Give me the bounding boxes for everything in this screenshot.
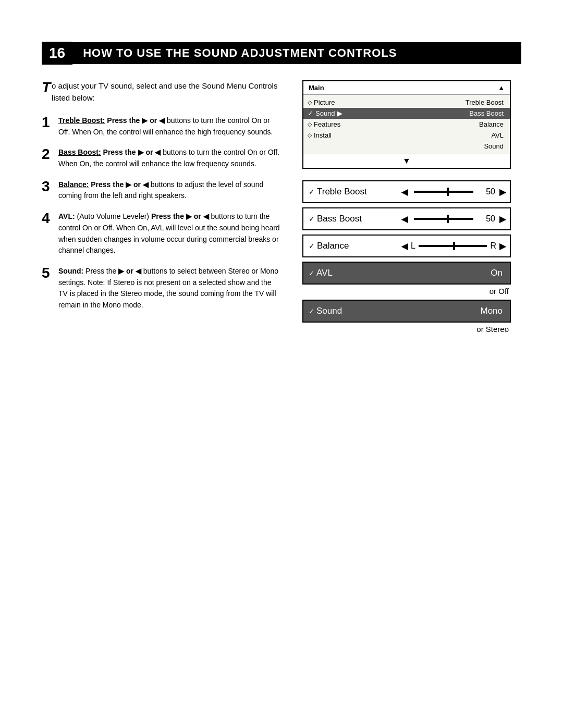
treble-left-arrow[interactable]: ◀	[401, 187, 408, 197]
menu-row-install-left: ◇ Install	[308, 131, 332, 139]
step-3-number: 3	[42, 179, 53, 194]
balance-label: ✓ Balance	[303, 237, 397, 255]
menu-header-label: Main	[309, 84, 324, 92]
menu-row-empty: Sound	[303, 141, 510, 152]
menu-avl-label: AVL	[491, 131, 504, 139]
menu-features-label: Features	[314, 120, 340, 128]
step-1-text: Treble Boost: Press the ▶ or ◀ buttons t…	[58, 115, 282, 138]
menu-row-features-left: ◇ Features	[308, 120, 340, 128]
bass-slider-track	[414, 218, 473, 220]
step-3: 3 Balance: Press the ▶ or ◀ buttons to a…	[42, 179, 282, 202]
avl-value: On	[483, 264, 510, 282]
step-4-number: 4	[42, 211, 53, 226]
bass-left-arrow[interactable]: ◀	[401, 214, 408, 224]
sound-sub-label: or Stereo	[302, 325, 511, 334]
intro-text: o adjust your TV sound, select and use t…	[52, 81, 277, 102]
menu-bass-boost-label: Bass Boost	[469, 109, 504, 117]
step-2-text: Bass Boost: Press the ▶ or ◀ buttons to …	[58, 147, 282, 169]
sound-value: Mono	[473, 302, 510, 320]
step-5-text: Sound: Press the ▶ or ◀ buttons to selec…	[58, 266, 282, 311]
menu-bottom-arrow: ▼	[402, 156, 411, 165]
menu-sound-right-label: Sound	[484, 142, 504, 150]
diamond-icon-picture: ◇	[308, 99, 312, 106]
content-area: To adjust your TV sound, select and use …	[42, 80, 521, 334]
step-2-bold: Press the ▶ or ◀	[103, 148, 161, 156]
menu-screenshot: Main ▲ ◇ Picture Treble Boost	[302, 80, 511, 169]
menu-row-sound: ✓ Sound ▶ Bass Boost	[303, 108, 510, 119]
step-4-press: Press the ▶ or ◀	[151, 212, 209, 220]
menu-row-sound-left: ✓ Sound ▶	[308, 109, 342, 117]
menu-balance-label: Balance	[479, 120, 504, 128]
balance-right-arrow[interactable]: ▶	[499, 241, 506, 251]
avl-label: ✓ AVL	[303, 264, 483, 282]
menu-row-install: ◇ Install AVL	[303, 130, 510, 141]
chapter-title: HOW TO USE THE SOUND ADJUSTMENT CONTROLS	[72, 42, 521, 64]
avl-sub-label: or Off	[302, 287, 511, 295]
treble-boost-label: ✓ Treble Boost	[303, 182, 397, 201]
bass-right-arrow[interactable]: ▶	[499, 214, 506, 224]
sound-control: ✓ Sound Mono	[302, 300, 511, 323]
step-2: 2 Bass Boost: Press the ▶ or ◀ buttons t…	[42, 147, 282, 169]
menu-treble-boost-label: Treble Boost	[466, 98, 504, 106]
step-4-text: AVL: (Auto Volume Leveler) Press the ▶ o…	[58, 211, 282, 256]
step-4: 4 AVL: (Auto Volume Leveler) Press the ▶…	[42, 211, 282, 256]
treble-slider-track	[414, 191, 473, 193]
sound-check-icon: ✓	[309, 307, 314, 315]
chapter-header: 16 HOW TO USE THE SOUND ADJUSTMENT CONTR…	[42, 42, 521, 65]
sound-text: Sound	[316, 306, 342, 316]
step-3-bold: Press the ▶ or ◀	[91, 180, 149, 189]
diamond-icon-features: ◇	[308, 121, 312, 128]
balance-thumb	[453, 242, 455, 250]
menu-picture-label: Picture	[314, 98, 335, 106]
avl-check-icon: ✓	[309, 269, 314, 277]
balance-text: Balance	[317, 241, 349, 251]
menu-header: Main ▲	[303, 81, 510, 95]
menu-rows: ◇ Picture Treble Boost ✓ Sound ▶	[303, 95, 510, 154]
treble-right-arrow[interactable]: ▶	[499, 187, 506, 197]
menu-row-features: ◇ Features Balance	[303, 119, 510, 130]
treble-boost-text: Treble Boost	[317, 187, 367, 197]
step-3-label: Balance:	[58, 180, 89, 189]
bass-check-icon: ✓	[309, 215, 315, 223]
step-4-avl: AVL:	[58, 212, 75, 220]
step-2-number: 2	[42, 147, 53, 162]
avl-control: ✓ AVL On	[302, 262, 511, 285]
step-5-arrows: ▶ or ◀	[118, 267, 141, 275]
balance-control: ✓ Balance ◀ L R ▶	[302, 235, 511, 257]
bass-boost-control: ✓ Bass Boost ◀ 50 ▶	[302, 207, 511, 230]
balance-left-arrow[interactable]: ◀	[401, 241, 408, 251]
treble-value: 50	[480, 187, 495, 196]
balance-slider-area: ◀ L R ▶	[397, 241, 510, 251]
drop-cap: T	[42, 80, 51, 95]
step-1-label: Treble Boost:	[58, 116, 105, 125]
bass-boost-slider-area: ◀ 50 ▶	[397, 214, 510, 224]
chapter-number: 16	[42, 42, 72, 65]
treble-slider-thumb	[447, 188, 449, 196]
menu-bottom: ▼	[303, 154, 510, 168]
menu-screenshot-wrapper: Main ▲ ◇ Picture Treble Boost	[302, 80, 511, 169]
step-5-sound: Sound:	[58, 267, 83, 275]
balance-label-r: R	[490, 241, 496, 251]
sound-label: ✓ Sound	[303, 302, 473, 320]
balance-check-icon: ✓	[309, 242, 315, 250]
step-3-body: buttons to adjust the level of sound com…	[58, 180, 263, 200]
right-column: Main ▲ ◇ Picture Treble Boost	[302, 80, 511, 334]
step-1: 1 Treble Boost: Press the ▶ or ◀ buttons…	[42, 115, 282, 138]
menu-sound-label: Sound	[315, 109, 335, 117]
bass-value: 50	[480, 214, 495, 224]
step-1-number: 1	[42, 115, 53, 130]
balance-label-l: L	[411, 241, 415, 251]
avl-text: AVL	[316, 268, 333, 278]
treble-boost-control: ✓ Treble Boost ◀ 50 ▶	[302, 180, 511, 203]
step-4-paren: (Auto Volume Leveler)	[77, 212, 151, 220]
menu-row-picture: ◇ Picture Treble Boost	[303, 97, 510, 108]
step-3-text: Balance: Press the ▶ or ◀ buttons to adj…	[58, 179, 282, 202]
menu-sound-arrow: ▶	[337, 109, 342, 117]
menu-install-label: Install	[314, 131, 332, 139]
step-1-bold: Press the ▶ or ◀	[107, 116, 165, 125]
left-column: To adjust your TV sound, select and use …	[42, 80, 282, 320]
bass-boost-text: Bass Boost	[317, 214, 362, 224]
step-5-number: 5	[42, 266, 53, 280]
check-icon-sound: ✓	[308, 109, 313, 117]
intro-paragraph: To adjust your TV sound, select and use …	[42, 80, 282, 104]
